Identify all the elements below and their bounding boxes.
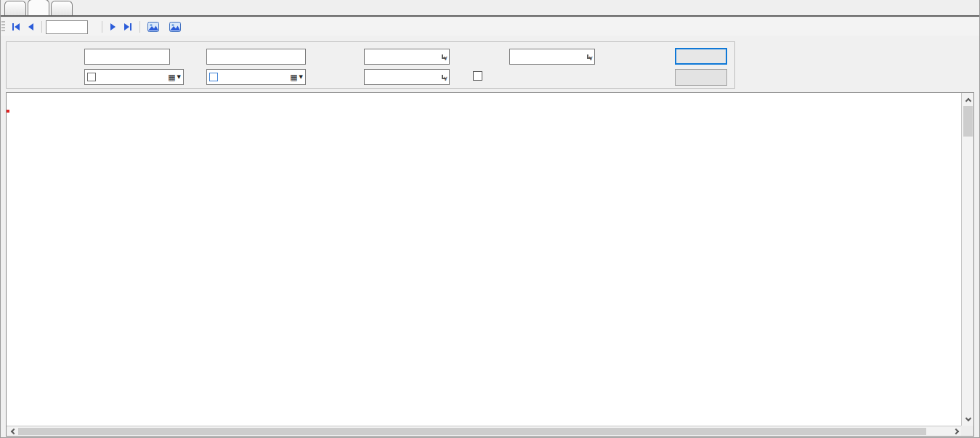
chevron-right-icon xyxy=(952,428,958,434)
edited-cells-highlight-left xyxy=(7,110,9,113)
query-groupbox: ∨ ∨ ▦▼ ▦▼ ∨ xyxy=(6,41,735,89)
date-to-picker[interactable]: ▦▼ xyxy=(206,69,306,85)
save-style-button[interactable] xyxy=(144,20,166,34)
record-toolbar xyxy=(0,18,980,36)
toolbar-separator xyxy=(102,21,102,33)
chevron-down-icon: ∨ xyxy=(587,54,591,59)
nickname-input[interactable] xyxy=(206,49,306,65)
clear-button[interactable] xyxy=(675,69,727,86)
next-record-button[interactable] xyxy=(106,21,120,33)
date-from-picker[interactable]: ▦▼ xyxy=(84,69,184,85)
vertical-scroll-thumb[interactable] xyxy=(963,106,973,137)
scrollbar-corner xyxy=(961,426,973,436)
previous-record-icon xyxy=(28,23,33,31)
date-to-checkbox[interactable] xyxy=(209,73,218,81)
last-record-button[interactable] xyxy=(120,21,136,33)
chevron-down-icon: ∨ xyxy=(442,75,446,79)
chevron-down-icon: ∨ xyxy=(442,54,446,59)
horizontal-scrollbar[interactable] xyxy=(7,426,963,436)
bound-only-checkbox[interactable] xyxy=(473,71,487,81)
toolbar-grip-handle[interactable] xyxy=(1,21,5,33)
tab-strip xyxy=(0,0,980,17)
chevron-down-icon xyxy=(965,415,971,421)
checkbox-icon xyxy=(473,71,482,81)
username-input[interactable] xyxy=(84,49,170,65)
grid-rows-area xyxy=(7,93,962,426)
date-from-checkbox[interactable] xyxy=(87,73,96,81)
calendar-icon[interactable]: ▦▼ xyxy=(290,73,303,82)
first-record-button[interactable] xyxy=(8,21,24,33)
agent-select[interactable]: ∨ xyxy=(364,69,450,85)
previous-record-button[interactable] xyxy=(24,21,38,33)
last-record-icon xyxy=(130,23,131,31)
record-index-input[interactable] xyxy=(46,20,88,34)
edited-cells-highlight-right xyxy=(7,110,9,113)
tab-team-user-query[interactable] xyxy=(28,0,49,15)
toolbar-separator xyxy=(41,21,42,33)
tab-team-user-edit[interactable] xyxy=(51,1,73,15)
horizontal-scroll-thumb[interactable] xyxy=(18,428,926,435)
tab-user-query[interactable] xyxy=(4,1,26,15)
picture-icon xyxy=(169,22,181,33)
referrer-select[interactable]: ∨ xyxy=(509,49,595,65)
user-data-grid xyxy=(6,92,974,437)
vertical-scrollbar[interactable] xyxy=(961,93,973,426)
choose-columns-button[interactable] xyxy=(166,20,187,34)
scroll-up-button[interactable] xyxy=(962,94,974,105)
search-button[interactable] xyxy=(675,48,727,65)
scroll-down-button[interactable] xyxy=(962,414,974,425)
scroll-left-button[interactable] xyxy=(7,426,18,437)
toolbar-separator xyxy=(139,21,140,33)
first-record-icon xyxy=(12,23,14,31)
chevron-left-icon xyxy=(10,428,16,434)
next-record-icon xyxy=(110,23,116,31)
picture-icon xyxy=(147,22,159,33)
calendar-icon[interactable]: ▦▼ xyxy=(168,73,181,82)
chevron-up-icon xyxy=(965,98,971,104)
grid-header-row xyxy=(7,93,962,110)
org-select[interactable]: ∨ xyxy=(364,49,450,65)
